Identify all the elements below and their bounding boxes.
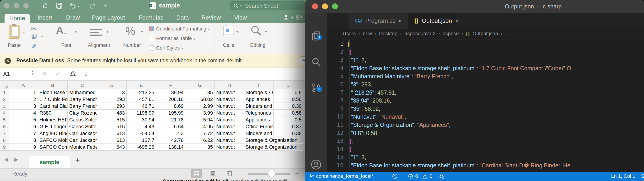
grid-cell-I3[interactable]: Binders and: [244, 103, 274, 110]
grid-cell-I6[interactable]: Office Furnis: [244, 123, 274, 130]
home-icon[interactable]: ⌂: [43, 1, 48, 9]
grid-cell-I9[interactable]: Storage & Organization: [244, 144, 304, 150]
grid-cell-D6[interactable]: 515: [97, 123, 126, 130]
code-line-12[interactable]: 12 "0.8": 0.58: [327, 129, 644, 137]
grid-cell-G9[interactable]: 35: [186, 144, 215, 150]
cut-icon[interactable]: ✂: [31, 25, 37, 33]
name-box-stepper[interactable]: ▲▼: [31, 70, 34, 76]
search-sheet-input[interactable]: ▾ Search Sheet: [230, 1, 305, 10]
grid-cell-H2[interactable]: Nunavut: [215, 96, 244, 103]
minimize-window-button[interactable]: [14, 3, 19, 9]
grid-cell-F8[interactable]: 42.76: [156, 137, 186, 144]
grid-cell-G3[interactable]: 2.99: [186, 103, 215, 110]
grid-cell-B2[interactable]: 1.7 Cubic Fo: [38, 96, 68, 103]
grid-cell-E9[interactable]: -695.26: [126, 144, 156, 150]
source-control-icon[interactable]: 5: [311, 82, 322, 93]
grid-cell-F4[interactable]: 195.99: [156, 110, 186, 116]
grid-cell-D3[interactable]: 293: [97, 103, 126, 110]
grid-cell-C2[interactable]: Barry French: [68, 96, 97, 103]
grid-cell-J3[interactable]: 0.39: [274, 103, 304, 110]
grid-cell-D5[interactable]: 515: [97, 116, 126, 123]
column-header-F[interactable]: F: [156, 81, 186, 89]
grid-cell-C6[interactable]: Carlos Solter: [68, 123, 97, 130]
row-header-2[interactable]: 2: [0, 96, 9, 103]
grid-cell-F7[interactable]: 7.3: [156, 130, 186, 137]
row-header-7[interactable]: 7: [0, 130, 9, 137]
normal-view-button[interactable]: [190, 169, 202, 178]
editing-search-icon[interactable]: [250, 25, 262, 37]
breadcrumb-item[interactable]: new: [363, 31, 372, 37]
code-editor[interactable]: 1[2 {3 "1": 2,4 "Eldon Base for stackabl…: [327, 39, 644, 172]
cursor-position[interactable]: Ln 1, Col 1: [611, 173, 635, 179]
grid-cell-J7[interactable]: 0.38: [274, 130, 304, 137]
grid-cell-G8[interactable]: 6.22: [186, 137, 215, 144]
grid-cell-G6[interactable]: 4.95: [186, 123, 215, 130]
undo-dropdown-caret[interactable]: ▾: [78, 5, 80, 8]
grid-cell-E5[interactable]: 30.94: [126, 116, 156, 123]
account-icon[interactable]: [311, 159, 322, 170]
next-sheet-icon[interactable]: ▶: [14, 156, 18, 162]
grid-cell-I7[interactable]: Binders and: [244, 130, 274, 137]
editing-dropdown-caret[interactable]: ▾: [265, 30, 267, 34]
grid-cell-F6[interactable]: 6.64: [156, 123, 186, 130]
name-box[interactable]: A1 ▲▼: [0, 68, 37, 81]
cancel-entry-icon[interactable]: ✕: [42, 71, 47, 78]
row-header-5[interactable]: 5: [0, 116, 9, 123]
zoom-slider-knob[interactable]: [268, 170, 275, 177]
breadcrumb-item[interactable]: ...: [505, 31, 509, 37]
row-header-9[interactable]: 9: [0, 144, 9, 150]
grid-cell-E2[interactable]: 457.81: [126, 96, 156, 103]
grid-cell-H5[interactable]: Nunavut: [215, 116, 244, 123]
row-header-6[interactable]: 6: [0, 123, 9, 130]
code-line-13[interactable]: 13 },: [327, 137, 644, 145]
code-line-9[interactable]: 9 "35": 68.02,: [327, 105, 644, 113]
grid-cell-C3[interactable]: Barry French: [68, 103, 97, 110]
grid-cell-D9[interactable]: 643: [97, 144, 126, 150]
grid-cell-B4[interactable]: R380: [38, 110, 68, 116]
grid-cell-E3[interactable]: 46.71: [126, 103, 156, 110]
zoom-out-icon[interactable]: −: [240, 170, 243, 177]
ribbon-tab-page-layout[interactable]: Page Layout: [92, 14, 125, 21]
grid-cell-G2[interactable]: 68.02: [186, 96, 215, 103]
breadcrumb-item[interactable]: Users: [343, 31, 356, 37]
ribbon-tab-data[interactable]: Data: [176, 14, 189, 21]
debug-icon[interactable]: [439, 173, 445, 179]
grid-cell-B8[interactable]: SAFCO Mobil: [38, 137, 68, 144]
grid-cell-H3[interactable]: Nunavut: [215, 103, 244, 110]
ribbon-tab-insert[interactable]: Insert: [38, 14, 52, 21]
grid-cell-B5[interactable]: Holmes HEPA: [38, 116, 68, 123]
grid-cell-D8[interactable]: 613: [97, 137, 126, 144]
code-line-8[interactable]: 8 "38.94": 208.16,: [327, 96, 644, 105]
cell-styles-button[interactable]: Cell Styles▾: [149, 45, 183, 52]
ribbon-tab-home[interactable]: Home: [4, 14, 30, 23]
grid-cell-B6[interactable]: G.E. Longer-L: [38, 123, 68, 130]
grid-cell-I4[interactable]: Telephones a: [244, 110, 274, 116]
grid-cell-D2[interactable]: 293: [97, 96, 126, 103]
code-line-2[interactable]: 2 {: [327, 48, 644, 56]
row-header-3[interactable]: 3: [0, 103, 9, 110]
grid-cell-J1[interactable]: 0.8: [274, 89, 304, 96]
column-header-G[interactable]: G: [186, 81, 215, 89]
grid-cell-G5[interactable]: 5.94: [186, 116, 215, 123]
grid-cell-C7[interactable]: Carl Jackson: [68, 130, 97, 137]
close-tab-icon[interactable]: ×: [455, 17, 459, 24]
grid-cell-J4[interactable]: 0.58: [274, 110, 304, 116]
add-sheet-button[interactable]: +: [75, 156, 80, 165]
grid-cell-D1[interactable]: 3: [97, 89, 126, 96]
grid-cell-A9[interactable]: 9: [9, 144, 38, 150]
close-window-button[interactable]: [4, 3, 10, 9]
ribbon-tab-view[interactable]: View: [234, 14, 247, 21]
grid-cell-C9[interactable]: Monica Fede: [68, 144, 97, 150]
grid-cell-J6[interactable]: 0.37: [274, 123, 304, 130]
grid-cell-H1[interactable]: Nunavut: [215, 89, 244, 96]
row-header-4[interactable]: 4: [0, 110, 9, 116]
code-line-16[interactable]: 16 "Eldon Base for stackable storage she…: [327, 161, 644, 169]
column-header-E[interactable]: E: [126, 81, 156, 89]
close-window-button[interactable]: [312, 4, 318, 9]
grid-cell-C1[interactable]: Muhammed: [68, 89, 97, 96]
grid-cell-H6[interactable]: Nunavut: [215, 123, 244, 130]
redo-icon[interactable]: [89, 2, 96, 9]
column-header-B[interactable]: B: [38, 81, 68, 89]
paste-dropdown-caret[interactable]: ▾: [23, 31, 25, 34]
sheet-tab-sample[interactable]: sample: [29, 156, 70, 168]
